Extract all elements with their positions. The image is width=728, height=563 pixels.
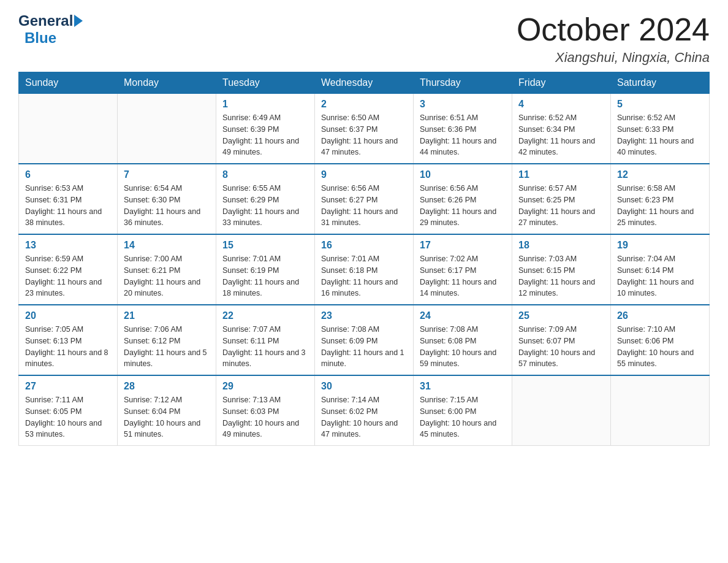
logo-arrow-icon — [74, 15, 83, 27]
calendar-cell: 19Sunrise: 7:04 AMSunset: 6:14 PMDayligh… — [611, 234, 710, 305]
calendar-cell: 11Sunrise: 6:57 AMSunset: 6:25 PMDayligh… — [512, 164, 611, 234]
calendar-cell: 26Sunrise: 7:10 AMSunset: 6:06 PMDayligh… — [611, 305, 710, 375]
day-info: Sunrise: 6:52 AMSunset: 6:34 PMDaylight:… — [518, 112, 604, 158]
logo-general-text: General — [18, 12, 73, 29]
month-title: October 2024 — [517, 12, 710, 47]
calendar-cell: 29Sunrise: 7:13 AMSunset: 6:03 PMDayligh… — [216, 375, 315, 446]
day-number: 9 — [321, 169, 407, 180]
day-info: Sunrise: 6:55 AMSunset: 6:29 PMDaylight:… — [222, 183, 308, 229]
header-monday: Monday — [118, 72, 216, 94]
day-info: Sunrise: 7:14 AMSunset: 6:02 PMDaylight:… — [321, 394, 407, 440]
day-info: Sunrise: 7:01 AMSunset: 6:19 PMDaylight:… — [222, 253, 308, 299]
day-info: Sunrise: 6:50 AMSunset: 6:37 PMDaylight:… — [321, 112, 407, 158]
calendar-cell — [118, 94, 216, 164]
calendar-cell: 9Sunrise: 6:56 AMSunset: 6:27 PMDaylight… — [315, 164, 414, 234]
day-info: Sunrise: 7:12 AMSunset: 6:04 PMDaylight:… — [124, 394, 210, 440]
calendar-cell: 5Sunrise: 6:52 AMSunset: 6:33 PMDaylight… — [611, 94, 710, 164]
week-row-1: 1Sunrise: 6:49 AMSunset: 6:39 PMDaylight… — [19, 94, 710, 164]
day-info: Sunrise: 6:49 AMSunset: 6:39 PMDaylight:… — [222, 112, 308, 158]
calendar-cell: 24Sunrise: 7:08 AMSunset: 6:08 PMDayligh… — [414, 305, 512, 375]
header-tuesday: Tuesday — [216, 72, 315, 94]
calendar-cell: 21Sunrise: 7:06 AMSunset: 6:12 PMDayligh… — [118, 305, 216, 375]
day-number: 6 — [25, 169, 111, 180]
day-number: 8 — [222, 169, 308, 180]
day-info: Sunrise: 7:03 AMSunset: 6:15 PMDaylight:… — [518, 253, 604, 299]
day-number: 17 — [420, 240, 506, 251]
logo-blue-text: Blue — [25, 29, 56, 46]
day-number: 24 — [420, 310, 506, 321]
calendar-cell: 27Sunrise: 7:11 AMSunset: 6:05 PMDayligh… — [19, 375, 118, 446]
day-info: Sunrise: 7:09 AMSunset: 6:07 PMDaylight:… — [518, 324, 604, 370]
header-friday: Friday — [512, 72, 611, 94]
day-number: 30 — [321, 381, 407, 392]
day-info: Sunrise: 6:59 AMSunset: 6:22 PMDaylight:… — [25, 253, 111, 299]
day-number: 10 — [420, 169, 506, 180]
day-number: 15 — [222, 240, 308, 251]
location-title: Xiangshui, Ningxia, China — [517, 50, 710, 66]
header-wednesday: Wednesday — [315, 72, 414, 94]
calendar-cell: 10Sunrise: 6:56 AMSunset: 6:26 PMDayligh… — [414, 164, 512, 234]
day-info: Sunrise: 7:11 AMSunset: 6:05 PMDaylight:… — [25, 394, 111, 440]
day-number: 25 — [518, 310, 604, 321]
calendar-cell: 8Sunrise: 6:55 AMSunset: 6:29 PMDaylight… — [216, 164, 315, 234]
title-area: October 2024 Xiangshui, Ningxia, China — [517, 12, 710, 66]
day-number: 28 — [124, 381, 210, 392]
day-info: Sunrise: 6:52 AMSunset: 6:33 PMDaylight:… — [617, 112, 703, 158]
calendar-cell: 28Sunrise: 7:12 AMSunset: 6:04 PMDayligh… — [118, 375, 216, 446]
day-number: 13 — [25, 240, 111, 251]
calendar-cell: 18Sunrise: 7:03 AMSunset: 6:15 PMDayligh… — [512, 234, 611, 305]
calendar-cell: 17Sunrise: 7:02 AMSunset: 6:17 PMDayligh… — [414, 234, 512, 305]
day-number: 20 — [25, 310, 111, 321]
day-number: 22 — [222, 310, 308, 321]
day-number: 5 — [617, 99, 703, 110]
calendar-cell: 20Sunrise: 7:05 AMSunset: 6:13 PMDayligh… — [19, 305, 118, 375]
calendar-header-row: SundayMondayTuesdayWednesdayThursdayFrid… — [19, 72, 710, 94]
logo-area: General Blue — [18, 12, 83, 47]
header-sunday: Sunday — [19, 72, 118, 94]
calendar-cell — [512, 375, 611, 446]
day-number: 31 — [420, 381, 506, 392]
day-info: Sunrise: 7:08 AMSunset: 6:09 PMDaylight:… — [321, 324, 407, 370]
calendar-cell: 31Sunrise: 7:15 AMSunset: 6:00 PMDayligh… — [414, 375, 512, 446]
day-info: Sunrise: 7:02 AMSunset: 6:17 PMDaylight:… — [420, 253, 506, 299]
week-row-2: 6Sunrise: 6:53 AMSunset: 6:31 PMDaylight… — [19, 164, 710, 234]
day-number: 19 — [617, 240, 703, 251]
calendar-cell: 2Sunrise: 6:50 AMSunset: 6:37 PMDaylight… — [315, 94, 414, 164]
day-number: 23 — [321, 310, 407, 321]
day-info: Sunrise: 7:10 AMSunset: 6:06 PMDaylight:… — [617, 324, 703, 370]
week-row-5: 27Sunrise: 7:11 AMSunset: 6:05 PMDayligh… — [19, 375, 710, 446]
day-number: 27 — [25, 381, 111, 392]
calendar-cell: 30Sunrise: 7:14 AMSunset: 6:02 PMDayligh… — [315, 375, 414, 446]
calendar-cell: 1Sunrise: 6:49 AMSunset: 6:39 PMDaylight… — [216, 94, 315, 164]
calendar-cell: 3Sunrise: 6:51 AMSunset: 6:36 PMDaylight… — [414, 94, 512, 164]
day-number: 3 — [420, 99, 506, 110]
day-number: 1 — [222, 99, 308, 110]
calendar-cell: 15Sunrise: 7:01 AMSunset: 6:19 PMDayligh… — [216, 234, 315, 305]
day-number: 2 — [321, 99, 407, 110]
header: General Blue October 2024 Xiangshui, Nin… — [18, 12, 710, 66]
week-row-4: 20Sunrise: 7:05 AMSunset: 6:13 PMDayligh… — [19, 305, 710, 375]
calendar-cell: 13Sunrise: 6:59 AMSunset: 6:22 PMDayligh… — [19, 234, 118, 305]
day-number: 21 — [124, 310, 210, 321]
calendar-cell: 16Sunrise: 7:01 AMSunset: 6:18 PMDayligh… — [315, 234, 414, 305]
day-info: Sunrise: 6:56 AMSunset: 6:27 PMDaylight:… — [321, 183, 407, 229]
day-info: Sunrise: 6:57 AMSunset: 6:25 PMDaylight:… — [518, 183, 604, 229]
day-number: 4 — [518, 99, 604, 110]
logo: General — [18, 12, 83, 29]
day-number: 7 — [124, 169, 210, 180]
calendar-cell: 4Sunrise: 6:52 AMSunset: 6:34 PMDaylight… — [512, 94, 611, 164]
day-number: 12 — [617, 169, 703, 180]
logo-blue-line: Blue — [22, 29, 56, 47]
day-info: Sunrise: 7:06 AMSunset: 6:12 PMDaylight:… — [124, 324, 210, 370]
day-info: Sunrise: 7:08 AMSunset: 6:08 PMDaylight:… — [420, 324, 506, 370]
day-info: Sunrise: 7:05 AMSunset: 6:13 PMDaylight:… — [25, 324, 111, 370]
calendar-cell: 7Sunrise: 6:54 AMSunset: 6:30 PMDaylight… — [118, 164, 216, 234]
calendar-cell: 23Sunrise: 7:08 AMSunset: 6:09 PMDayligh… — [315, 305, 414, 375]
day-info: Sunrise: 6:53 AMSunset: 6:31 PMDaylight:… — [25, 183, 111, 229]
day-info: Sunrise: 7:15 AMSunset: 6:00 PMDaylight:… — [420, 394, 506, 440]
calendar-cell: 6Sunrise: 6:53 AMSunset: 6:31 PMDaylight… — [19, 164, 118, 234]
day-number: 18 — [518, 240, 604, 251]
day-number: 11 — [518, 169, 604, 180]
day-info: Sunrise: 7:04 AMSunset: 6:14 PMDaylight:… — [617, 253, 703, 299]
day-number: 26 — [617, 310, 703, 321]
